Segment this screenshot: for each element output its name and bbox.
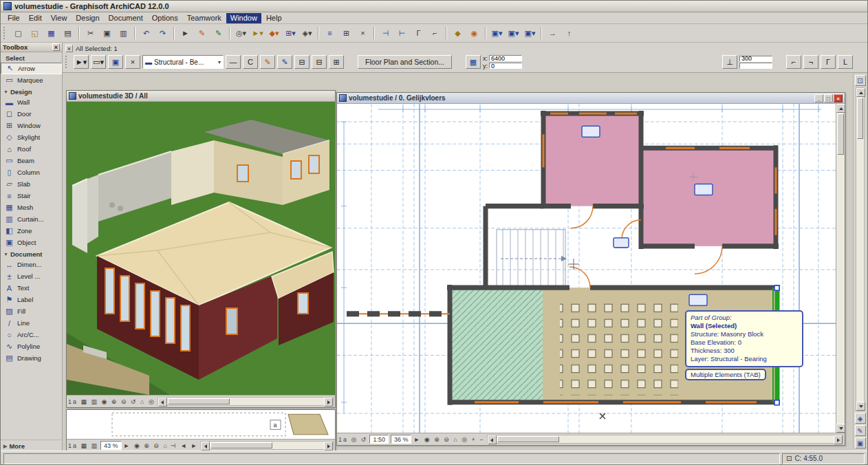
open-button[interactable]: ◱	[27, 26, 43, 41]
go-button[interactable]: →	[545, 26, 561, 41]
scroll-up-button[interactable]	[856, 88, 865, 97]
tracker-button[interactable]: ▦	[466, 55, 481, 69]
composite-button[interactable]: ⊟	[312, 55, 327, 69]
publish-button[interactable]: ↑	[561, 26, 577, 41]
trim-button[interactable]: ⌐	[427, 26, 443, 41]
toolbox-tool-window[interactable]: ⊞Window	[1, 120, 62, 131]
scrollbar-track[interactable]	[560, 435, 834, 443]
redo-button[interactable]: ↷	[155, 26, 171, 41]
favorites-button[interactable]: ◆	[450, 26, 466, 41]
toolbox-close-button[interactable]: ×	[52, 43, 60, 51]
scroll-down-button[interactable]	[856, 402, 865, 411]
3d-zoom-controls[interactable]: 1a ▦ ▥ ◉ ⊕ ⊖ ↺ ⌂ ◎	[68, 398, 155, 405]
arrow-options-button[interactable]: ►▾	[250, 26, 265, 41]
wall-height-input[interactable]	[739, 56, 772, 62]
floor-plan-and-section-button[interactable]: Floor Plan and Section...	[358, 55, 452, 69]
pointer-button[interactable]: ►	[177, 26, 193, 41]
view-options-1-button[interactable]: ▣▾	[489, 26, 505, 41]
undo-button[interactable]: ↶	[138, 26, 154, 41]
scroll-up-button[interactable]	[836, 104, 845, 113]
toolbar-grip[interactable]	[3, 27, 7, 39]
scrollbar-track[interactable]	[273, 442, 324, 449]
forward-button[interactable]: ⊢	[394, 26, 410, 41]
infobox-grip[interactable]	[65, 56, 69, 68]
scrollbar-thumb[interactable]	[837, 113, 844, 155]
plan-vertical-scrollbar[interactable]	[836, 104, 845, 433]
toolbox-tool-zone[interactable]: ◧Zone	[1, 225, 62, 237]
scroll-down-button[interactable]	[836, 424, 845, 433]
copy-button[interactable]: ▣	[99, 26, 115, 41]
section-horizontal-scrollbar[interactable]	[200, 441, 334, 450]
plan-horizontal-scrollbar[interactable]	[487, 435, 843, 444]
structure-button[interactable]: ⊞	[329, 55, 344, 69]
toolbox-section-more[interactable]: ▶More	[1, 440, 62, 451]
plan-scale-field[interactable]: 1:50	[369, 435, 389, 444]
scroll-left-button[interactable]	[488, 435, 497, 444]
fill-pen-button[interactable]: ✎	[277, 55, 292, 69]
rail-pen-button[interactable]: ✎	[855, 425, 866, 436]
wall-base-input[interactable]	[739, 63, 772, 69]
plan-quick-buttons[interactable]: 1a ◎ ↺	[338, 436, 367, 443]
toolbox-tool-stair[interactable]: ≡Stair	[1, 190, 62, 202]
scroll-left-button[interactable]	[158, 398, 167, 407]
plan-minimize-button[interactable]: _	[814, 94, 823, 102]
scrollbar-track[interactable]	[836, 155, 845, 424]
scrollbar-thumb[interactable]	[497, 436, 559, 442]
geometry-straight-button[interactable]: —	[226, 55, 241, 69]
plan-zoom-field[interactable]: 36 %	[391, 435, 412, 444]
3d-window-titlebar[interactable]: volumestudie 3D / All	[67, 91, 335, 102]
print-button[interactable]: ▤	[60, 26, 76, 41]
toolbox-tool-polyline[interactable]: ∿Polyline	[1, 340, 62, 352]
section-view-controls[interactable]: ► ◉ ⊕ ⊖ ⌂	[124, 442, 169, 449]
scrollbar-track[interactable]	[230, 398, 324, 405]
pin-button[interactable]: ⊥	[722, 55, 737, 69]
toolbox-tool-label[interactable]: ⚑Label	[1, 294, 62, 305]
menu-design[interactable]: Design	[72, 13, 103, 23]
scrollbar-track[interactable]	[856, 140, 864, 402]
pen-button[interactable]: ✎	[194, 26, 210, 41]
toolbox-section-design[interactable]: ▼Design	[1, 86, 62, 96]
grid-options-button[interactable]: ⊞▾	[283, 26, 299, 41]
3d-canvas[interactable]	[67, 102, 335, 395]
section-drawing[interactable]: a	[67, 410, 335, 439]
scroll-right-button[interactable]	[324, 398, 333, 407]
room-pink-right[interactable]	[641, 148, 776, 246]
rail-organizer-button[interactable]: ▣	[855, 437, 866, 448]
toolbox-tool-door[interactable]: ◻Door	[1, 108, 62, 120]
menu-window[interactable]: Window	[226, 13, 261, 23]
toolbox-section-select[interactable]: Select	[1, 52, 62, 63]
window-3d-view[interactable]: volumestudie 3D / All	[66, 90, 336, 408]
contour-pen-button[interactable]: ✎	[260, 55, 275, 69]
workspace-vertical-scrollbar[interactable]	[856, 87, 865, 411]
menu-file[interactable]: File	[3, 13, 24, 23]
toolbox-tool-roof[interactable]: ⌂Roof	[1, 143, 62, 155]
menu-teamwork[interactable]: Teamwork	[183, 13, 226, 23]
zoom-options-button[interactable]: ◎▾	[233, 26, 249, 41]
plan-zoom-controls[interactable]: ► ◉ ⊕ ⊖ ⌂ ◎ + −	[413, 436, 484, 443]
layers-button[interactable]: ≡	[322, 26, 338, 41]
3d-model-view[interactable]	[67, 102, 335, 395]
favorites-palette-button[interactable]: ▣	[108, 55, 123, 69]
section-zoom-value[interactable]: 43 %	[100, 441, 122, 450]
back-button[interactable]: ⊣	[378, 26, 393, 41]
toolbox-tool-fill[interactable]: ▨Fill	[1, 305, 62, 317]
toolbox-tool-beam[interactable]: ▭Beam	[1, 155, 62, 166]
toolbox-tool-line[interactable]: /Line	[1, 317, 62, 329]
reference-line-button-1[interactable]: ⌐	[786, 55, 801, 69]
scroll-left-button[interactable]	[201, 442, 210, 451]
save-button[interactable]: ▦	[43, 26, 59, 41]
toolbox-tool-drawing[interactable]: ▤Drawing	[1, 352, 62, 364]
fill-type-button[interactable]: ⊟	[294, 55, 310, 69]
view-options-3-button[interactable]: ▣▾	[522, 26, 538, 41]
selection-handle[interactable]	[774, 400, 779, 405]
menu-help[interactable]: Help	[262, 13, 286, 23]
paste-button[interactable]: ▥	[116, 26, 131, 41]
toolbox-tool-arrow[interactable]: ↖Arrow	[1, 63, 62, 74]
group-options-button[interactable]: ◈▾	[299, 26, 315, 41]
new-button[interactable]: ▢	[10, 26, 26, 41]
menu-document[interactable]: Document	[105, 13, 147, 23]
reference-line-button-4[interactable]: L	[838, 55, 853, 69]
toolbox-section-document[interactable]: ▼Document	[1, 248, 62, 259]
floor-plan-drawing[interactable]	[337, 104, 836, 433]
y-coordinate-input[interactable]	[489, 63, 522, 69]
